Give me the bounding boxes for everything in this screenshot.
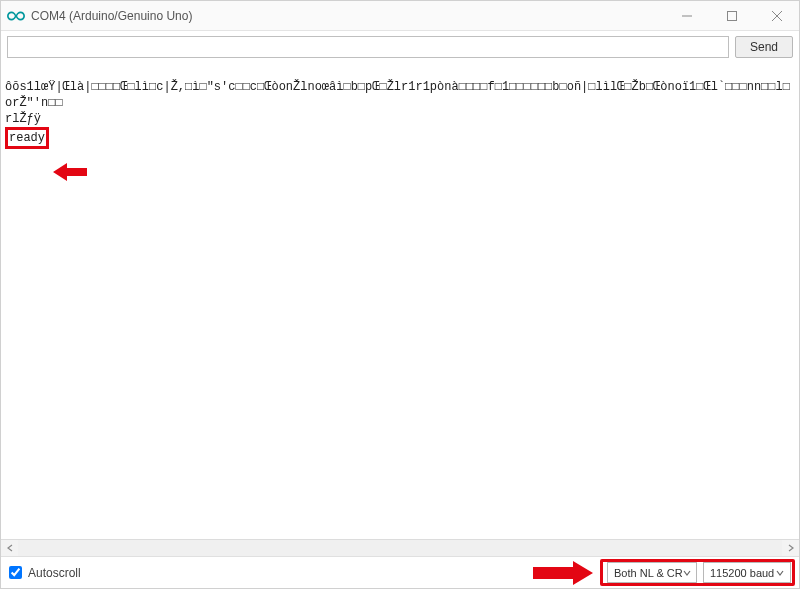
serial-input[interactable] xyxy=(7,36,729,58)
autoscroll-checkbox-wrap[interactable]: Autoscroll xyxy=(9,566,81,580)
serial-monitor-window: COM4 (Arduino/Genuino Uno) Send ôōs1lœŸ|… xyxy=(0,0,800,589)
line-ending-value: Both NL & CR xyxy=(614,567,683,579)
svg-marker-4 xyxy=(53,163,87,181)
minimize-button[interactable] xyxy=(664,1,709,31)
chevron-left-icon xyxy=(6,544,14,552)
chevron-down-icon xyxy=(774,563,786,582)
maximize-button[interactable] xyxy=(709,1,754,31)
chevron-right-icon xyxy=(787,544,795,552)
minimize-icon xyxy=(682,11,692,21)
line-ending-dropdown[interactable]: Both NL & CR xyxy=(607,562,697,583)
output-ready-highlight: ready xyxy=(5,127,49,149)
window-title: COM4 (Arduino/Genuino Uno) xyxy=(31,9,192,23)
window-buttons xyxy=(664,1,799,31)
svg-rect-1 xyxy=(727,11,736,20)
output-wrap: ôōs1lœŸ|Œlà|□□□□Œ□lì□c|Ž,□ì□"s'c□□c□Œòon… xyxy=(1,63,799,556)
horizontal-scrollbar[interactable] xyxy=(1,539,799,556)
chevron-down-icon xyxy=(683,563,692,582)
output-line: rlŽƒÿ xyxy=(5,112,41,126)
autoscroll-label: Autoscroll xyxy=(28,566,81,580)
output-line: ôōs1lœŸ|Œlà|□□□□Œ□lì□c|Ž,□ì□"s'c□□c□Œòon… xyxy=(5,80,790,110)
annotation-arrow-icon xyxy=(533,559,593,587)
scroll-left-button[interactable] xyxy=(1,540,18,557)
svg-marker-5 xyxy=(533,561,593,585)
baud-rate-dropdown[interactable]: 115200 baud xyxy=(703,562,791,583)
arduino-app-icon xyxy=(7,7,25,25)
autoscroll-checkbox[interactable] xyxy=(9,566,22,579)
send-button[interactable]: Send xyxy=(735,36,793,58)
scroll-right-button[interactable] xyxy=(782,540,799,557)
close-icon xyxy=(772,11,782,21)
annotation-arrow-icon xyxy=(53,161,87,183)
close-button[interactable] xyxy=(754,1,799,31)
maximize-icon xyxy=(727,11,737,21)
titlebar: COM4 (Arduino/Genuino Uno) xyxy=(1,1,799,31)
scroll-track[interactable] xyxy=(18,540,782,557)
bottom-bar: Autoscroll Both NL & CR 115200 baud xyxy=(1,556,799,588)
baud-rate-value: 115200 baud xyxy=(710,567,774,579)
serial-output[interactable]: ôōs1lœŸ|Œlà|□□□□Œ□lì□c|Ž,□ì□"s'c□□c□Œòon… xyxy=(1,63,799,539)
send-row: Send xyxy=(1,31,799,63)
